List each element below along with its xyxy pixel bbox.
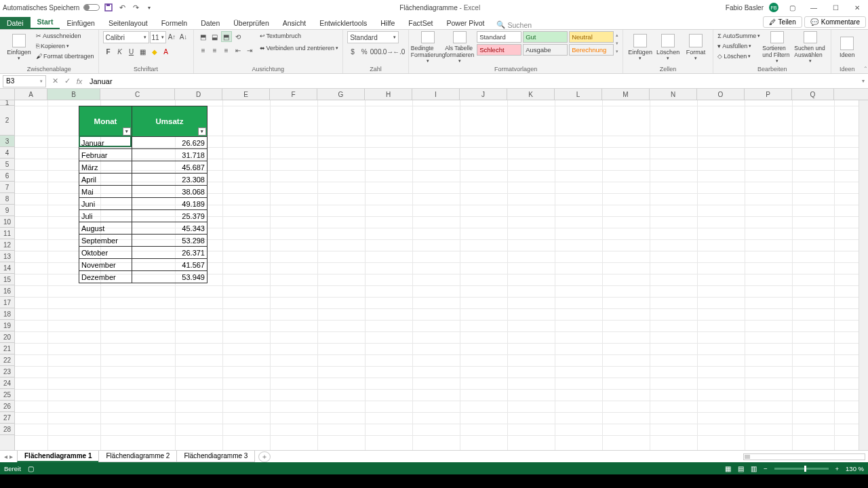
underline-button[interactable]: U [126, 46, 137, 57]
tab-überprüfen[interactable]: Überprüfen [226, 17, 276, 29]
table-row[interactable]: Juli25.379 [79, 209, 207, 222]
worksheet-grid[interactable]: ABCDEFGHIJKLMNOPQ 1234567891011121314151… [0, 89, 868, 450]
row-header-15[interactable]: 15 [0, 274, 14, 285]
row-header-23[interactable]: 23 [0, 366, 14, 378]
col-header-E[interactable]: E [222, 89, 270, 100]
style-ausgabe[interactable]: Ausgabe [523, 44, 568, 56]
save-icon[interactable] [104, 3, 113, 12]
table-cell[interactable]: 53.949 [132, 271, 207, 283]
style-gut[interactable]: Gut [523, 31, 568, 43]
select-all-corner[interactable] [0, 89, 15, 100]
increase-decimal-icon[interactable]: .0→ [382, 46, 393, 57]
formula-input[interactable]: Januar [85, 77, 859, 85]
user-avatar[interactable]: FB [769, 3, 778, 12]
tab-start[interactable]: Start [31, 16, 60, 29]
table-cell[interactable]: September [79, 235, 132, 246]
table-cell[interactable]: Dezember [79, 271, 132, 283]
table-cell[interactable]: Februar [79, 149, 132, 161]
align-right-icon[interactable]: ≡ [221, 45, 232, 56]
row-header-2[interactable]: 2 [0, 106, 14, 136]
row-header-16[interactable]: 16 [0, 285, 14, 297]
col-header-N[interactable]: N [650, 89, 697, 100]
wrap-text-button[interactable]: ↩Textumbruch [260, 31, 339, 41]
table-cell[interactable]: 53.298 [132, 235, 207, 246]
increase-font-icon[interactable]: A↑ [167, 31, 178, 42]
style-standard[interactable]: Standard [477, 31, 521, 43]
tab-seitenlayout[interactable]: Seitenlayout [102, 17, 155, 29]
row-header-8[interactable]: 8 [0, 193, 14, 205]
comments-button[interactable]: 💬Kommentare [804, 16, 866, 28]
percent-icon[interactable]: % [359, 46, 370, 57]
sheet-tab-3[interactable]: Flächendiagramme 3 [176, 451, 255, 462]
ribbon-mode-icon[interactable]: ▢ [784, 2, 800, 13]
align-bottom-icon[interactable]: ⬒ [221, 31, 232, 42]
autosum-button[interactable]: ΣAutoSumme ▾ [717, 31, 760, 41]
row-header-9[interactable]: 9 [0, 205, 14, 216]
bold-button[interactable]: F [103, 46, 114, 57]
table-cell[interactable]: 38.068 [132, 186, 207, 197]
vertical-scrollbar[interactable] [859, 100, 868, 450]
table-header-monat[interactable]: Monat▾ [79, 106, 132, 136]
table-cell[interactable]: 31.718 [132, 149, 207, 161]
styles-scroll-down-icon[interactable]: ▾ [616, 41, 618, 46]
table-cell[interactable]: April [79, 174, 132, 185]
table-cell[interactable]: August [79, 222, 132, 234]
delete-cells-button[interactable]: Löschen▾ [655, 31, 681, 64]
number-format-select[interactable]: Standard▾ [347, 31, 399, 43]
tab-power pivot[interactable]: Power Pivot [439, 17, 491, 29]
col-header-Q[interactable]: Q [792, 89, 834, 100]
table-row[interactable]: September53.298 [79, 234, 207, 246]
table-row[interactable]: Januar26.629 [79, 136, 207, 148]
confirm-fx-icon[interactable]: ✓ [61, 77, 73, 85]
orientation-icon[interactable]: ⟲ [233, 31, 243, 42]
indent-decrease-icon[interactable]: ⇤ [233, 45, 243, 56]
table-row[interactable]: November41.567 [79, 258, 207, 270]
sheet-nav-first-icon[interactable]: ◂ [4, 453, 7, 460]
row-header-18[interactable]: 18 [0, 308, 14, 320]
table-cell[interactable]: 45.687 [132, 161, 207, 173]
format-cells-button[interactable]: Format▾ [683, 31, 709, 64]
row-header-11[interactable]: 11 [0, 228, 14, 239]
currency-icon[interactable]: $ [347, 46, 358, 57]
row-header-6[interactable]: 6 [0, 170, 14, 182]
col-header-C[interactable]: C [100, 89, 175, 100]
decrease-font-icon[interactable]: A↓ [178, 31, 189, 42]
collapse-ribbon-icon[interactable]: ⌃ [863, 30, 868, 73]
format-painter-button[interactable]: 🖌Format übertragen [36, 52, 94, 61]
cancel-fx-icon[interactable]: ✕ [49, 77, 61, 85]
format-as-table-button[interactable]: Als Tabelle formatieren▾ [445, 31, 475, 64]
share-button[interactable]: 🖉Teilen [763, 16, 802, 28]
tab-formeln[interactable]: Formeln [155, 17, 195, 29]
align-top-icon[interactable]: ⬒ [198, 31, 209, 42]
row-header-21[interactable]: 21 [0, 343, 14, 354]
filter-button-umsatz[interactable]: ▾ [198, 127, 206, 136]
font-name-select[interactable]: Calibri▾ [103, 31, 149, 43]
view-pagelayout-icon[interactable]: ▤ [738, 465, 744, 472]
table-row[interactable]: Oktober26.371 [79, 246, 207, 258]
ideas-button[interactable]: Ideen [835, 31, 859, 64]
row-header-27[interactable]: 27 [0, 412, 14, 424]
table-cell[interactable]: 49.189 [132, 198, 207, 209]
col-header-P[interactable]: P [745, 89, 792, 100]
row-header-26[interactable]: 26 [0, 401, 14, 412]
horizontal-scrollbar[interactable] [743, 453, 865, 460]
table-row[interactable]: August45.343 [79, 222, 207, 234]
tab-einfügen[interactable]: Einfügen [60, 17, 101, 29]
col-header-D[interactable]: D [175, 89, 222, 100]
decrease-decimal-icon[interactable]: ←.0 [393, 46, 404, 57]
align-middle-icon[interactable]: ⬓ [210, 31, 220, 42]
qat-customize-icon[interactable]: ▾ [144, 3, 154, 12]
sheet-nav-last-icon[interactable]: ▸ [9, 453, 13, 460]
styles-scroll-up-icon[interactable]: ▴ [616, 33, 618, 38]
cut-button[interactable]: ✂Ausschneiden [36, 31, 94, 41]
table-cell[interactable]: 25.379 [132, 210, 207, 222]
search-box[interactable]: 🔍 Suchen [496, 20, 532, 29]
table-cell[interactable]: Oktober [79, 247, 132, 258]
col-header-J[interactable]: J [460, 89, 507, 100]
row-header-13[interactable]: 13 [0, 251, 14, 262]
table-row[interactable]: Februar31.718 [79, 148, 207, 161]
column-headers[interactable]: ABCDEFGHIJKLMNOPQ [15, 89, 868, 100]
col-header-I[interactable]: I [412, 89, 460, 100]
table-cell[interactable]: Juni [79, 198, 132, 209]
find-select-button[interactable]: Suchen und Auswählen▾ [794, 31, 827, 64]
